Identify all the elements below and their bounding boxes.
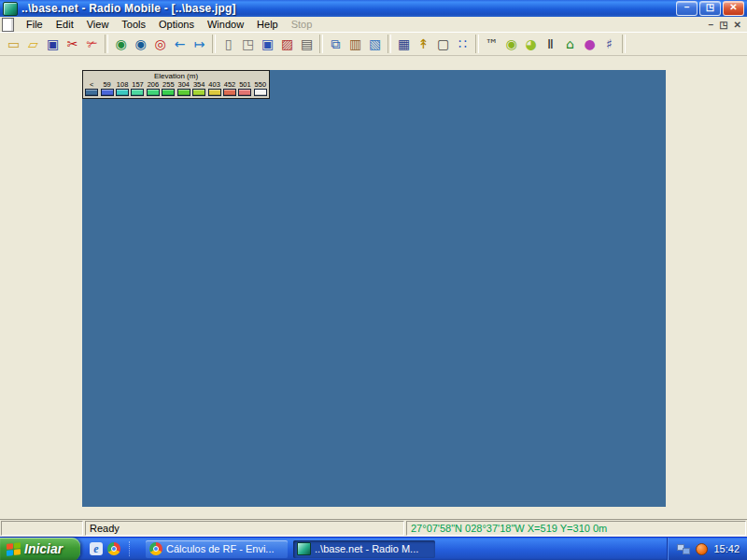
map-quality-globe-icon[interactable]: ◎: [150, 34, 170, 54]
task-button-browser[interactable]: Cálculos de RF - Envi...: [146, 540, 288, 558]
clone-picture-icon[interactable]: ◳: [238, 34, 258, 54]
legend-label: 452: [224, 80, 236, 89]
legend-label: 354: [193, 80, 205, 89]
network-status-icon[interactable]: [677, 544, 690, 554]
legend-swatch: [147, 89, 160, 96]
restore-button[interactable]: ◳: [699, 1, 721, 16]
quick-launch-separator: [129, 541, 133, 556]
status-bar: Ready 27°07'58"N 028°37'18"W X=519 Y=310…: [0, 520, 747, 537]
start-button[interactable]: Iniciar: [0, 538, 80, 560]
legend-swatch: [85, 89, 98, 96]
antivirus-tray-icon[interactable]: [696, 543, 708, 555]
start-button-label: Iniciar: [24, 541, 63, 556]
toolbar-separator: [622, 35, 626, 53]
toolbar: ▭ ▱ ▣ ✂ ✃ ◉ ◉ ◎ ← ↦ ▯ ◳ ▣ ▨ ▤ ⧉ ▥ ▧ ▦ ↟ …: [0, 32, 747, 56]
window-title: ..\base.net - Radio Mobile - [..\base.jp…: [21, 2, 236, 15]
internet-explorer-icon[interactable]: e: [90, 542, 103, 555]
copy-icon[interactable]: ⧉: [326, 34, 345, 54]
desktop: { "window": { "title": "..\\base.net - R…: [0, 0, 747, 560]
elevation-legend-title: Elevation (m): [83, 71, 269, 80]
legend-label: 501: [239, 80, 251, 89]
delete-picture-icon[interactable]: ▨: [277, 34, 297, 54]
legend-label: 550: [255, 80, 267, 89]
legend-swatch: [238, 89, 251, 96]
legend-swatch: [131, 89, 144, 96]
chrome-icon[interactable]: [107, 542, 120, 555]
export-picture-icon[interactable]: ▧: [365, 34, 385, 54]
child-document-icon[interactable]: [2, 18, 14, 32]
save-picture-icon[interactable]: ▣: [258, 34, 277, 54]
toolbar-separator: [319, 35, 323, 53]
menu-bar: File Edit View Tools Options Window Help…: [0, 17, 747, 33]
single-coverage-icon[interactable]: ◉: [501, 34, 521, 54]
child-close-button[interactable]: ✕: [734, 20, 741, 30]
system-tray: 15:42: [667, 538, 747, 560]
taskbar-clock: 15:42: [713, 543, 740, 554]
menu-stop: Stop: [285, 18, 319, 31]
toolbar-separator: [105, 35, 108, 53]
radio-mobile-app-icon: [3, 2, 18, 16]
new-networks-file-icon[interactable]: ▭: [4, 34, 23, 54]
legend-label: 157: [132, 80, 144, 89]
elevation-legend: Elevation (m) < 59 108 157 206 255 304 3…: [82, 70, 270, 99]
menu-help[interactable]: Help: [250, 18, 285, 31]
child-restore-button[interactable]: ◳: [719, 20, 727, 30]
legend-swatch: [223, 89, 236, 96]
select-rectangle-icon[interactable]: ▢: [433, 34, 453, 54]
task-button-label: Cálculos de RF - Envi...: [166, 543, 275, 554]
merge-pictures-icon[interactable]: ▦: [394, 34, 414, 54]
legend-swatch: [101, 89, 114, 96]
status-coordinates: 27°07'58"N 028°37'18"W X=519 Y=310 0m: [406, 521, 746, 536]
chrome-icon: [149, 542, 162, 555]
radio-mobile-icon: [297, 542, 311, 555]
route-coverage-icon[interactable]: ⌂: [560, 34, 580, 54]
minimize-button[interactable]: –: [676, 1, 698, 16]
legend-label: 108: [117, 80, 129, 89]
menu-tools[interactable]: Tools: [115, 18, 152, 31]
antenna-pattern-icon[interactable]: ♯: [599, 34, 619, 54]
window-controls: – ◳ ✕: [676, 1, 747, 16]
interference-icon[interactable]: Ⅱ: [541, 34, 560, 54]
legend-label: 206: [148, 80, 160, 89]
task-button-radio-mobile[interactable]: ..\base.net - Radio M...: [293, 540, 435, 558]
menu-window[interactable]: Window: [201, 18, 250, 31]
link-endpoints-icon[interactable]: ™: [482, 34, 501, 54]
elevation-legend-scale: < 59 108 157 206 255 304 354 403 452 501…: [83, 80, 269, 96]
legend-swatch: [208, 89, 221, 96]
toolbar-separator: [475, 35, 479, 53]
legend-swatch: [116, 89, 129, 96]
save-map-globe-icon[interactable]: ◉: [131, 34, 150, 54]
align-units-icon[interactable]: ∷: [453, 34, 472, 54]
previous-map-arrow-icon[interactable]: ←: [170, 34, 190, 54]
status-panel-blank: [1, 521, 83, 536]
map-properties-globe-icon[interactable]: ◉: [111, 34, 131, 54]
menu-view[interactable]: View: [80, 18, 116, 31]
mdi-client-area: Elevation (m) < 59 108 157 206 255 304 3…: [0, 58, 747, 520]
new-picture-icon[interactable]: ▯: [218, 34, 238, 54]
legend-label: 403: [208, 80, 220, 89]
legend-swatch: [162, 89, 175, 96]
legend-swatch: [177, 89, 190, 96]
unit-scissors-icon[interactable]: ✃: [82, 34, 102, 54]
save-networks-file-icon[interactable]: ▣: [43, 34, 63, 54]
menu-options[interactable]: Options: [152, 18, 201, 31]
quick-launch: e: [80, 541, 140, 556]
print-picture-icon[interactable]: ▤: [297, 34, 317, 54]
taskbar: Iniciar e Cálculos de RF - Envi... ..\ba…: [0, 537, 747, 560]
menu-file[interactable]: File: [20, 18, 49, 31]
combined-coverage-icon[interactable]: ◕: [521, 34, 541, 54]
visual-coverage-icon[interactable]: ●: [580, 34, 599, 54]
map-picture[interactable]: Elevation (m) < 59 108 157 206 255 304 3…: [82, 70, 666, 507]
legend-label: 255: [162, 80, 175, 89]
child-minimize-button[interactable]: –: [709, 20, 714, 30]
toolbar-separator: [212, 35, 216, 53]
close-button[interactable]: ✕: [723, 1, 744, 16]
network-scissors-icon[interactable]: ✂: [63, 34, 82, 54]
paste-icon[interactable]: ▥: [345, 34, 365, 54]
unit-properties-icon[interactable]: ↟: [414, 34, 433, 54]
status-message: Ready: [85, 521, 404, 536]
title-bar: ..\base.net - Radio Mobile - [..\base.jp…: [0, 0, 747, 17]
open-networks-file-icon[interactable]: ▱: [23, 34, 43, 54]
next-map-arrow-icon[interactable]: ↦: [190, 34, 209, 54]
menu-edit[interactable]: Edit: [49, 18, 80, 31]
